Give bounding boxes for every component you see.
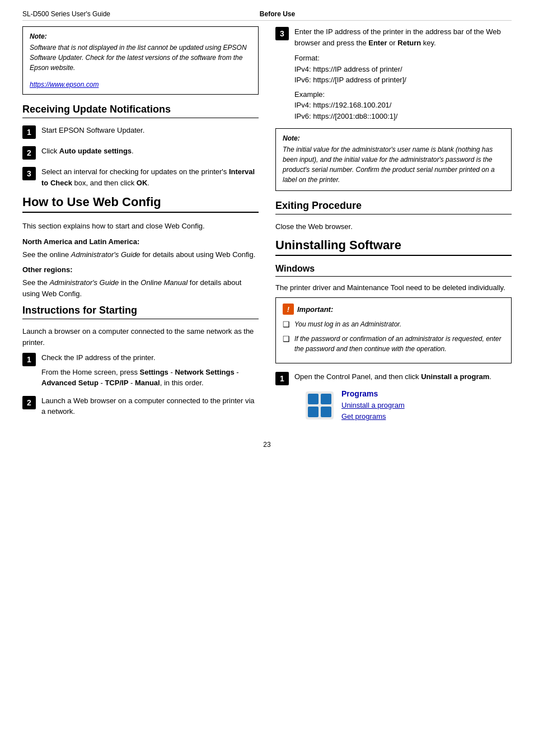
step-num-r1: 1 xyxy=(22,125,36,139)
step-r3-after: . xyxy=(147,179,149,187)
other-regions-label: Other regions: xyxy=(22,265,259,274)
step-r2-bold: Auto update settings xyxy=(59,147,132,155)
step-num-r2: 2 xyxy=(22,146,36,160)
step-content-r1: Start EPSON Software Updater. xyxy=(41,125,259,136)
note-text-2: The initial value for the administrator'… xyxy=(283,144,504,185)
page-header: SL-D500 Series User's Guide Before Use xyxy=(22,10,512,21)
step-right3-mid: or xyxy=(387,39,397,47)
step-content-i1: Check the IP address of the printer. Fro… xyxy=(41,352,259,389)
svg-rect-2 xyxy=(321,394,331,404)
step-r3-bold2: OK xyxy=(137,179,148,187)
important-icon: ! xyxy=(283,304,294,315)
important-header: ! Important: xyxy=(283,304,504,315)
windows-intro: The printer driver and Maintenance Tool … xyxy=(275,282,512,293)
other-regions-text: See the Administrator's Guide in the Onl… xyxy=(22,277,259,299)
step-num-i1: 1 xyxy=(22,353,36,366)
svg-rect-4 xyxy=(321,407,331,417)
important-item-2: If the password or confirmation of an ad… xyxy=(283,334,504,354)
step-u1-after: . xyxy=(489,372,491,381)
step-r3-mid: box, and then click xyxy=(72,179,137,187)
step-right3-after: key. xyxy=(421,39,436,47)
step-right3-bold1: Enter xyxy=(368,39,387,47)
step-uninstall-1: 1 Open the Control Panel, and then click… xyxy=(275,371,512,423)
epson-link[interactable]: https://www.epson.com xyxy=(30,81,99,88)
ipv4-example: IPv4: https://192.168.100.201/ xyxy=(294,100,512,111)
programs-title: Programs xyxy=(341,388,405,400)
programs-box: Programs Uninstall a program Get program… xyxy=(306,388,512,423)
note-box-2: Note: The initial value for the administ… xyxy=(275,128,512,191)
exiting-title: Exiting Procedure xyxy=(275,200,512,214)
get-programs-link[interactable]: Get programs xyxy=(341,411,405,423)
ipv6-format: IPv6: https://[IP address of printer]/ xyxy=(294,74,512,86)
web-config-title: How to Use Web Config xyxy=(22,195,259,213)
instructions-intro: Launch a browser on a computer connected… xyxy=(22,326,259,348)
important-list: You must log in as an Administrator. If … xyxy=(283,319,504,354)
step-content-u1: Open the Control Panel, and then click U… xyxy=(294,371,512,423)
step-content-i2: Launch a Web browser on a computer conne… xyxy=(41,395,259,417)
step-receiving-2: 2 Click Auto update settings. xyxy=(22,146,259,160)
step-r2-before: Click xyxy=(41,147,59,155)
important-box: ! Important: You must log in as an Admin… xyxy=(275,297,512,363)
step-receiving-1: 1 Start EPSON Software Updater. xyxy=(22,125,259,139)
svg-rect-1 xyxy=(308,394,318,404)
step-r3-before: Select an interval for checking for upda… xyxy=(41,167,229,176)
step-inst-1: 1 Check the IP address of the printer. F… xyxy=(22,352,259,389)
header-center: Before Use xyxy=(110,10,444,18)
ipv4-format: IPv4: https://IP address of printer/ xyxy=(294,64,512,75)
step-u1-bold: Uninstall a program xyxy=(421,372,489,381)
step-num-u1: 1 xyxy=(275,372,289,385)
step-num-r3: 3 xyxy=(22,167,36,180)
note-title-1: Note: xyxy=(30,32,251,40)
step-num-i2: 2 xyxy=(22,396,36,409)
important-label: Important: xyxy=(297,305,333,314)
page-number: 23 xyxy=(22,441,512,449)
uninstall-link[interactable]: Uninstall a program xyxy=(341,400,405,412)
note-text-1: Software that is not displayed in the li… xyxy=(30,43,251,73)
step-r2-after: . xyxy=(132,147,134,155)
format-label: Format: xyxy=(294,53,512,64)
step-i1-line1: Check the IP address of the printer. xyxy=(41,352,259,363)
step-right-3: 3 Enter the IP address of the printer in… xyxy=(275,26,512,122)
step-content-r3: Select an interval for checking for upda… xyxy=(41,166,259,188)
web-config-intro: This section explains how to start and c… xyxy=(22,221,259,232)
main-content: Note: Software that is not displayed in … xyxy=(22,26,512,430)
page: SL-D500 Series User's Guide Before Use N… xyxy=(0,0,534,756)
windows-title: Windows xyxy=(275,264,512,277)
exiting-text: Close the Web browser. xyxy=(275,221,512,232)
north-america-text: See the online Administrator's Guide for… xyxy=(22,249,259,260)
step-receiving-3: 3 Select an interval for checking for up… xyxy=(22,166,259,188)
step-inst-2: 2 Launch a Web browser on a computer con… xyxy=(22,395,259,417)
step-r1-text: Start EPSON Software Updater. xyxy=(41,126,144,134)
note-box-1: Note: Software that is not displayed in … xyxy=(22,26,259,95)
instructions-title: Instructions for Starting xyxy=(22,305,259,319)
note-title-2: Note: xyxy=(283,134,504,142)
important-item-1: You must log in as an Administrator. xyxy=(283,319,504,330)
step-content-right3: Enter the IP address of the printer in t… xyxy=(294,26,512,122)
svg-rect-3 xyxy=(308,407,318,417)
right-column: 3 Enter the IP address of the printer in… xyxy=(275,26,512,430)
north-america-label: North America and Latin America: xyxy=(22,237,259,246)
ipv6-example: IPv6: https://[2001:db8::1000:1]/ xyxy=(294,111,512,122)
step-i1-line2: From the Home screen, press Settings - N… xyxy=(41,367,259,389)
programs-text: Programs Uninstall a program Get program… xyxy=(341,388,405,423)
step-u1-before: Open the Control Panel, and then click xyxy=(294,372,421,381)
step-num-right3: 3 xyxy=(275,27,289,40)
programs-icon xyxy=(306,391,334,419)
uninstalling-title: Uninstalling Software xyxy=(275,238,512,256)
left-column: Note: Software that is not displayed in … xyxy=(22,26,259,430)
step-content-r2: Click Auto update settings. xyxy=(41,146,259,157)
receiving-title: Receiving Update Notifications xyxy=(22,104,259,118)
step-right3-bold2: Return xyxy=(397,39,421,47)
header-left: SL-D500 Series User's Guide xyxy=(22,10,110,18)
example-label: Example: xyxy=(294,89,512,100)
